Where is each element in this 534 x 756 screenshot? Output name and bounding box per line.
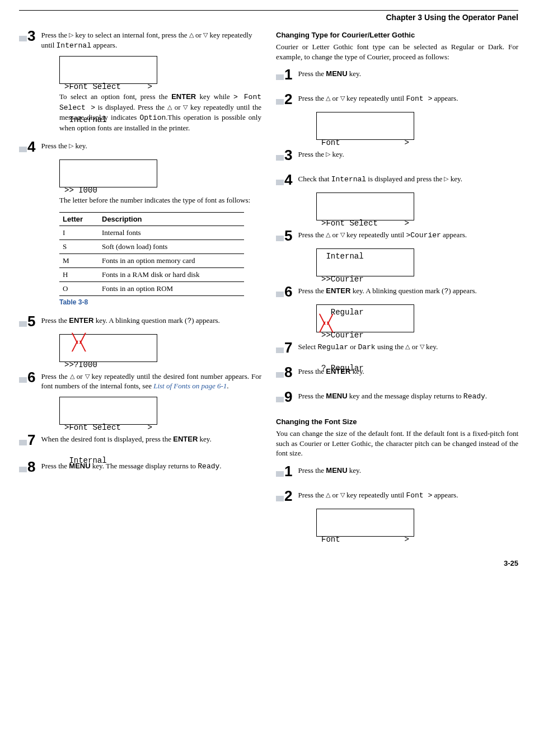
right-tri-icon: ▷ bbox=[326, 150, 330, 158]
lcd-text: Font bbox=[321, 138, 340, 149]
header-rule bbox=[19, 10, 518, 11]
t: key. bbox=[448, 175, 462, 183]
table-row: OFonts in an option ROM bbox=[59, 281, 244, 295]
cursor-blink-icon: ╲ ╱╱ ╲ bbox=[320, 317, 333, 330]
lcd-text: >Font Select bbox=[321, 218, 378, 229]
mono: Font > bbox=[406, 491, 432, 500]
lcd-text: >>Courier bbox=[321, 274, 409, 285]
lcd-text: ? Regular bbox=[321, 363, 409, 374]
step-number: 2 bbox=[284, 489, 292, 503]
t: appears. bbox=[91, 41, 117, 49]
step-number: 8 bbox=[284, 365, 292, 379]
t: is displayed and press the bbox=[366, 175, 444, 183]
t: Select bbox=[298, 342, 317, 351]
step-number: 6 bbox=[284, 284, 292, 299]
up-tri-icon: △ bbox=[326, 231, 330, 239]
mono: Font > bbox=[406, 95, 432, 103]
key-name: MENU bbox=[326, 466, 347, 475]
up-tri-icon: △ bbox=[326, 491, 330, 499]
up-tri-icon: △ bbox=[405, 342, 410, 351]
t: Press the bbox=[41, 31, 69, 39]
down-tri-icon: ▽ bbox=[340, 231, 345, 239]
lcd-text: > bbox=[405, 218, 409, 229]
link-text[interactable]: List of Fonts on page 6-1 bbox=[153, 382, 227, 390]
t: Press the bbox=[298, 69, 326, 78]
table-row: HFonts in a RAM disk or hard disk bbox=[59, 267, 244, 281]
down-tri-icon: ▽ bbox=[420, 342, 424, 351]
t: or bbox=[172, 103, 183, 111]
right-tri-icon: ▷ bbox=[444, 175, 448, 183]
step-number: 4 bbox=[27, 139, 35, 154]
step-number: 7 bbox=[284, 340, 292, 355]
lcd-text: > bbox=[405, 534, 409, 546]
cell: Fonts in an option memory card bbox=[99, 253, 244, 267]
t: or bbox=[330, 491, 340, 499]
mono: >Courier bbox=[406, 231, 441, 240]
s2-step-2: 2 Press the △ or ▽ key repeatedly until … bbox=[276, 489, 518, 503]
cell: Fonts in a RAM disk or hard disk bbox=[99, 267, 244, 281]
right-step-4: 4 Check that Internal is displayed and p… bbox=[276, 172, 518, 187]
chapter-title: Chapter 3 Using the Operator Panel bbox=[19, 13, 518, 22]
t: appears. bbox=[432, 491, 458, 499]
lcd-display: >Font Select> Internal bbox=[59, 397, 157, 425]
table-caption: Table 3-8 bbox=[59, 298, 244, 306]
two-column-layout: 3 Press the ▷ key to select an internal … bbox=[19, 29, 518, 544]
up-tri-icon: △ bbox=[189, 31, 194, 39]
table-row: MFonts in an option memory card bbox=[59, 253, 244, 267]
step-number: 8 bbox=[27, 459, 35, 474]
lcd-text: >>Courier bbox=[321, 330, 409, 341]
step-number: 2 bbox=[284, 92, 292, 106]
s2-step-1: 1 Press the MENU key. bbox=[276, 464, 518, 478]
t: Press the bbox=[298, 94, 326, 102]
step-number: 5 bbox=[284, 228, 292, 243]
lcd-text: >>?I000 bbox=[64, 360, 152, 371]
lcd-text: > bbox=[148, 82, 152, 93]
cursor-blink-icon: ╲ ╱╱ ╲ bbox=[72, 336, 86, 349]
t: appears. bbox=[441, 231, 467, 239]
cell: Internal fonts bbox=[99, 226, 244, 240]
step-number: 6 bbox=[27, 370, 35, 384]
font-letter-table: Letter Description IInternal fonts SSoft… bbox=[59, 212, 244, 296]
left-step-3: 3 Press the ▷ key to select an internal … bbox=[19, 29, 261, 50]
lcd-text: >Font Select bbox=[64, 82, 121, 93]
key-name: ENTER bbox=[69, 316, 93, 325]
key-name: ENTER bbox=[171, 92, 196, 101]
t: . bbox=[485, 392, 487, 400]
right-step-2: 2 Press the △ or ▽ key repeatedly until … bbox=[276, 92, 518, 106]
down-tri-icon: ▽ bbox=[183, 103, 188, 111]
step-number: 4 bbox=[284, 172, 292, 187]
step-number: 5 bbox=[27, 314, 35, 328]
cell: Soft (down load) fonts bbox=[99, 240, 244, 253]
t: Check that bbox=[298, 175, 331, 183]
right-tri-icon: ▷ bbox=[69, 31, 73, 39]
step-number: 1 bbox=[284, 67, 292, 82]
table-row: SSoft (down load) fonts bbox=[59, 240, 244, 253]
lcd-display: >> I000 bbox=[59, 159, 157, 187]
right-tri-icon: ▷ bbox=[69, 142, 73, 150]
t: ) appears. bbox=[448, 287, 477, 295]
paragraph: You can change the size of the default f… bbox=[276, 429, 518, 458]
up-tri-icon: △ bbox=[167, 103, 172, 111]
key-name: MENU bbox=[326, 69, 347, 78]
lcd-text: > bbox=[405, 138, 409, 149]
section-heading: Changing the Font Size bbox=[276, 417, 518, 426]
page-number: 3-25 bbox=[19, 559, 518, 567]
down-tri-icon: ▽ bbox=[85, 372, 90, 381]
t: key while bbox=[196, 92, 233, 101]
left-column: 3 Press the ▷ key to select an internal … bbox=[19, 29, 261, 544]
paragraph: Courier or Letter Gothic font type can b… bbox=[276, 42, 518, 62]
down-tri-icon: ▽ bbox=[340, 491, 345, 499]
step-number: 7 bbox=[27, 433, 35, 447]
mono: Internal bbox=[331, 175, 366, 184]
right-step-1: 1 Press the MENU key. bbox=[276, 67, 518, 82]
section-heading: Changing Type for Courier/Letter Gothic bbox=[276, 31, 518, 39]
t: ) appears. bbox=[191, 316, 220, 325]
step-number: 1 bbox=[284, 464, 292, 478]
lcd-display: >>?I000 ╲ ╱╱ ╲ bbox=[59, 334, 157, 362]
cell: Fonts in an option ROM bbox=[99, 281, 244, 295]
t: Press the bbox=[41, 316, 69, 325]
t: key. bbox=[424, 342, 438, 351]
lcd-display: >>Courier ? Regular ╲ ╱╱ ╲ bbox=[316, 304, 414, 332]
mono: Ready bbox=[463, 392, 485, 401]
cell: S bbox=[59, 240, 99, 253]
